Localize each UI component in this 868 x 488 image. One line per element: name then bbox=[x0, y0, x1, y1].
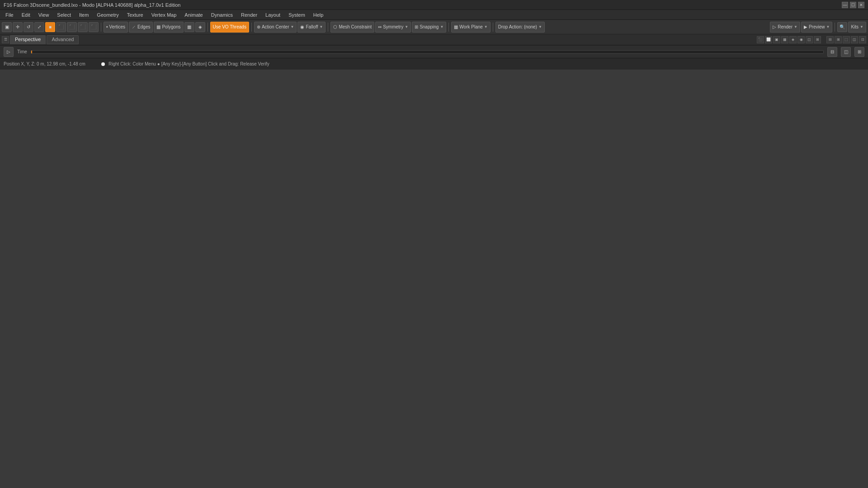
mode-button-7[interactable]: ⬛ bbox=[78, 22, 88, 32]
menu-layout[interactable]: Layout bbox=[262, 11, 284, 19]
time-label: Time bbox=[17, 49, 27, 54]
viewport-tex-icon[interactable]: ▦ bbox=[781, 36, 788, 43]
drop-action-button[interactable]: Drop Action: (none) ▼ bbox=[495, 22, 545, 33]
edges-label: Edges bbox=[137, 24, 150, 29]
kits-label: Kits bbox=[851, 24, 859, 29]
snapping-icon: ⊞ bbox=[415, 24, 418, 29]
rotate-button[interactable]: ↺ bbox=[24, 22, 33, 32]
menu-animate[interactable]: Animate bbox=[181, 11, 206, 19]
time-playback-icon[interactable]: ▷ bbox=[4, 47, 14, 57]
menu-texture[interactable]: Texture bbox=[123, 11, 147, 19]
sep6 bbox=[493, 23, 493, 32]
search-button[interactable]: 🔍 bbox=[837, 22, 847, 32]
menu-edit[interactable]: Edit bbox=[18, 11, 34, 19]
snapping-button[interactable]: ⊞ Snapping ▼ bbox=[412, 22, 446, 33]
mode-button-6[interactable]: ⬛ bbox=[67, 22, 77, 32]
work-plane-label: Work Plane bbox=[459, 24, 483, 29]
snapping-arrow: ▼ bbox=[440, 25, 443, 29]
menu-system[interactable]: System bbox=[285, 11, 309, 19]
mesh-constraint-button[interactable]: ⬡ Mesh Constraint bbox=[330, 22, 374, 33]
menu-file[interactable]: File bbox=[2, 11, 17, 19]
use-vo-threads-button[interactable]: Use VO Threads bbox=[210, 22, 249, 33]
component-mode-extra[interactable]: ▦ bbox=[184, 22, 194, 32]
viewport-menu-icon[interactable]: ☰ bbox=[2, 36, 9, 43]
kits-arrow: ▼ bbox=[860, 25, 863, 29]
menu-geometry[interactable]: Geometry bbox=[93, 11, 122, 19]
vertices-button[interactable]: • Vertices bbox=[104, 22, 128, 33]
viewport-tabs: ☰ Perspective Advanced ⬛ ⬜ ▣ ▦ ◈ ◉ ◫ ⊞ ⊟… bbox=[0, 34, 868, 45]
viewport-full-icon[interactable]: ⊞ bbox=[814, 36, 821, 43]
work-plane-arrow: ▼ bbox=[484, 25, 488, 29]
render-button[interactable]: ▷ Render ▼ bbox=[770, 22, 800, 33]
viewport-right-icon4[interactable]: ◫ bbox=[851, 36, 858, 43]
mesh-constraint-icon: ⬡ bbox=[333, 24, 337, 29]
work-plane-icon: ▦ bbox=[454, 24, 458, 29]
render-arrow: ▼ bbox=[794, 25, 797, 29]
titlebar-title: F16 Falcon 3Dscene_bundled.lxo - Modo [A… bbox=[4, 2, 180, 8]
menu-dynamics[interactable]: Dynamics bbox=[208, 11, 236, 19]
preview-button[interactable]: ▶ Preview ▼ bbox=[801, 22, 833, 33]
kits-button[interactable]: Kits ▼ bbox=[848, 22, 866, 33]
statusbar-hint: Right Click: Color Menu ● [Any Key]-[Any… bbox=[101, 61, 864, 66]
titlebar-controls: — ☐ ✕ bbox=[842, 2, 864, 8]
viewport-right-icon5[interactable]: ⊡ bbox=[859, 36, 866, 43]
sep1 bbox=[101, 23, 101, 32]
work-plane-button[interactable]: ▦ Work Plane ▼ bbox=[451, 22, 490, 33]
color-button[interactable]: ■ bbox=[45, 22, 55, 32]
viewport-light-icon[interactable]: ◈ bbox=[789, 36, 797, 43]
viewport-wire-icon[interactable]: ⬜ bbox=[765, 36, 772, 43]
sep2 bbox=[208, 23, 208, 32]
timebar-icon3[interactable]: ⊞ bbox=[854, 47, 864, 57]
action-center-button[interactable]: ⊕ Action Center ▼ bbox=[254, 22, 297, 33]
close-button[interactable]: ✕ bbox=[858, 2, 864, 8]
menu-render[interactable]: Render bbox=[237, 11, 261, 19]
timebar-icon2[interactable]: ◫ bbox=[841, 47, 851, 57]
vertices-icon: • bbox=[106, 24, 108, 29]
mode-button-8[interactable]: ⬛ bbox=[89, 22, 99, 32]
statusbar-position: Position X, Y, Z: 0 m, 12.98 cm, -1.48 c… bbox=[4, 61, 94, 66]
sep5 bbox=[448, 23, 449, 32]
sep3 bbox=[251, 23, 252, 32]
viewport-solid-icon[interactable]: ▣ bbox=[773, 36, 780, 43]
symmetry-icon: ⇔ bbox=[378, 24, 382, 29]
timebar-icon1[interactable]: ⊟ bbox=[827, 47, 837, 57]
viewport-cam-icon[interactable]: ◉ bbox=[797, 36, 805, 43]
statusbar: Position X, Y, Z: 0 m, 12.98 cm, -1.48 c… bbox=[0, 58, 868, 70]
viewport-lock-icon[interactable]: ◫ bbox=[806, 36, 813, 43]
menubar: File Edit View Select Item Geometry Text… bbox=[0, 10, 868, 20]
edges-button[interactable]: ⟋ Edges bbox=[129, 22, 153, 33]
viewport-shade-icon[interactable]: ⬛ bbox=[757, 36, 764, 43]
menu-select[interactable]: Select bbox=[53, 11, 75, 19]
viewport-right-icon3[interactable]: ⬚ bbox=[843, 36, 850, 43]
tab-advanced[interactable]: Advanced bbox=[47, 35, 79, 44]
maximize-button[interactable]: ☐ bbox=[850, 2, 856, 8]
timeline-track[interactable] bbox=[31, 50, 824, 54]
main-toolbar: ▣ ✛ ↺ ⤢ ■ ⬛ ⬛ ⬛ ⬛ • Vertices ⟋ Edges ▩ P… bbox=[0, 20, 868, 34]
component-mode-extra2[interactable]: ◈ bbox=[195, 22, 205, 32]
symmetry-button[interactable]: ⇔ Symmetry ▼ bbox=[375, 22, 411, 33]
falloff-arrow: ▼ bbox=[319, 25, 323, 29]
drop-action-arrow: ▼ bbox=[538, 25, 542, 29]
mode-button-5[interactable]: ⬛ bbox=[56, 22, 66, 32]
viewport-right-icon2[interactable]: ⊞ bbox=[835, 36, 842, 43]
preview-arrow: ▼ bbox=[826, 25, 830, 29]
polygons-button[interactable]: ▩ Polygons bbox=[154, 22, 183, 33]
scale-button[interactable]: ⤢ bbox=[34, 22, 44, 32]
falloff-label: Falloff bbox=[306, 24, 318, 29]
hint-text: Right Click: Color Menu ● [Any Key]-[Any… bbox=[108, 61, 269, 66]
menu-vertex-map[interactable]: Vertex Map bbox=[148, 11, 180, 19]
snapping-label: Snapping bbox=[420, 24, 439, 29]
menu-item[interactable]: Item bbox=[75, 11, 92, 19]
move-button[interactable]: ✛ bbox=[13, 22, 23, 32]
minimize-button[interactable]: — bbox=[842, 2, 848, 8]
viewport-right-icon1[interactable]: ⊟ bbox=[826, 36, 834, 43]
drop-action-label: Drop Action: (none) bbox=[498, 24, 537, 29]
render-icon: ▷ bbox=[773, 24, 776, 29]
tab-perspective[interactable]: Perspective bbox=[10, 35, 46, 44]
polygons-icon: ▩ bbox=[156, 24, 160, 29]
select-mode-button[interactable]: ▣ bbox=[2, 22, 12, 32]
falloff-button[interactable]: ◉ Falloff ▼ bbox=[297, 22, 326, 33]
menu-view[interactable]: View bbox=[35, 11, 53, 19]
menu-help[interactable]: Help bbox=[310, 11, 327, 19]
use-vo-threads-label: Use VO Threads bbox=[213, 24, 246, 29]
